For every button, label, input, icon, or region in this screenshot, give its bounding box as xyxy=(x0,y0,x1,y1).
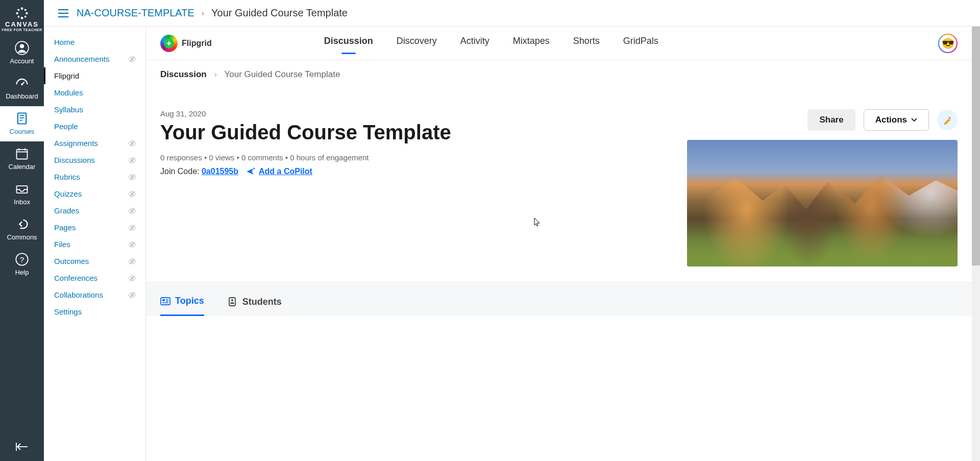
flipgrid-breadcrumb-title: Your Guided Course Template xyxy=(225,69,340,79)
coursenav-item-flipgrid[interactable]: Flipgrid xyxy=(44,67,145,84)
globalnav-courses[interactable]: Courses xyxy=(0,106,44,141)
course-nav: HomeAnnouncementsFlipgridModulesSyllabus… xyxy=(44,27,146,461)
coursenav-link[interactable]: Modules xyxy=(54,88,83,97)
add-copilot-link[interactable]: Add a CoPilot xyxy=(246,167,312,176)
coursenav-item-home[interactable]: Home xyxy=(44,34,145,51)
account-icon xyxy=(15,41,29,55)
svg-rect-51 xyxy=(162,299,165,301)
coursenav-link[interactable]: Settings xyxy=(54,307,82,316)
coursenav-link[interactable]: Collaborations xyxy=(54,290,103,299)
coursenav-item-announcements[interactable]: Announcements xyxy=(44,51,145,67)
vertical-scrollbar[interactable]: ▲ xyxy=(972,27,980,461)
globalnav-dashboard[interactable]: Dashboard xyxy=(0,71,44,106)
coursenav-link[interactable]: Rubrics xyxy=(54,173,80,181)
coursenav-item-quizzes[interactable]: Quizzes xyxy=(44,185,145,202)
actions-button[interactable]: Actions xyxy=(864,109,929,131)
svg-point-0 xyxy=(21,7,23,10)
flipgrid-breadcrumb: Discussion › Your Guided Course Template xyxy=(146,60,972,84)
canvas-logo[interactable]: CANVAS FREE FOR TEACHER xyxy=(2,6,42,36)
topics-icon xyxy=(160,297,170,306)
coursenav-item-settings[interactable]: Settings xyxy=(44,303,145,320)
hidden-icon xyxy=(128,139,136,148)
breadcrumb: NA-COURSE-TEMPLATE › Your Guided Course … xyxy=(44,0,980,27)
hamburger-icon[interactable] xyxy=(57,8,69,18)
coursenav-link[interactable]: Outcomes xyxy=(54,257,89,265)
coursenav-link[interactable]: Flipgrid xyxy=(54,71,79,80)
breadcrumb-course[interactable]: NA-COURSE-TEMPLATE xyxy=(77,7,194,19)
coursenav-link[interactable]: People xyxy=(54,122,78,131)
hidden-icon xyxy=(128,156,136,164)
svg-point-2 xyxy=(16,12,18,15)
flipgrid-frame: + Flipgrid DiscussionDiscoveryActivityMi… xyxy=(146,27,972,316)
hidden-icon xyxy=(128,190,136,198)
discussion-title: Your Guided Course Template xyxy=(160,121,667,144)
coursenav-item-files[interactable]: Files xyxy=(44,236,145,253)
flipgrid-subtabs: TopicsStudents xyxy=(146,282,972,316)
discussion-cover-image xyxy=(687,140,958,266)
hidden-icon xyxy=(128,240,136,249)
coursenav-item-rubrics[interactable]: Rubrics xyxy=(44,168,145,185)
svg-point-49 xyxy=(254,168,255,169)
join-code-link[interactable]: 0a01595b xyxy=(202,167,238,176)
globalnav-account[interactable]: Account xyxy=(0,36,44,71)
coursenav-link[interactable]: Discussions xyxy=(54,156,95,164)
globalnav-commons[interactable]: Commons xyxy=(0,212,44,247)
coursenav-item-pages[interactable]: Pages xyxy=(44,219,145,236)
coursenav-item-outcomes[interactable]: Outcomes xyxy=(44,253,145,270)
flipgrid-logo[interactable]: + Flipgrid xyxy=(160,35,212,52)
flipgrid-tab-mixtapes[interactable]: Mixtapes xyxy=(513,33,550,54)
edit-button[interactable] xyxy=(937,110,958,130)
coursenav-item-assignments[interactable]: Assignments xyxy=(44,135,145,152)
globalnav-calendar[interactable]: Calendar xyxy=(0,141,44,177)
coursenav-item-discussions[interactable]: Discussions xyxy=(44,152,145,168)
svg-rect-55 xyxy=(229,298,235,306)
hidden-icon xyxy=(128,173,136,181)
globalnav-inbox[interactable]: Inbox xyxy=(0,177,44,212)
subtab-topics[interactable]: Topics xyxy=(160,296,204,316)
flipgrid-tab-gridpals[interactable]: GridPals xyxy=(623,33,658,54)
coursenav-item-modules[interactable]: Modules xyxy=(44,84,145,101)
flipgrid-tab-shorts[interactable]: Shorts xyxy=(573,33,600,54)
flipgrid-tabs: DiscussionDiscoveryActivityMixtapesShort… xyxy=(324,33,658,54)
coursenav-item-collaborations[interactable]: Collaborations xyxy=(44,286,145,303)
students-icon xyxy=(228,297,238,306)
pencil-icon xyxy=(943,115,952,125)
subtab-students[interactable]: Students xyxy=(228,296,282,316)
svg-text:?: ? xyxy=(20,255,24,264)
flipgrid-avatar[interactable]: 😎 xyxy=(938,34,958,53)
discussion-stats: 0 responses • 0 views • 0 comments • 0 h… xyxy=(160,153,667,162)
coursenav-link[interactable]: Announcements xyxy=(54,55,109,63)
coursenav-link[interactable]: Pages xyxy=(54,223,76,232)
discussion-date: Aug 31, 2020 xyxy=(160,109,667,118)
flipgrid-tab-activity[interactable]: Activity xyxy=(460,33,489,54)
canvas-logo-icon xyxy=(15,6,29,20)
coursenav-link[interactable]: Syllabus xyxy=(54,105,83,114)
chevron-down-icon xyxy=(911,118,917,122)
coursenav-item-people[interactable]: People xyxy=(44,118,145,135)
scrollbar-thumb[interactable] xyxy=(972,27,980,265)
canvas-global-nav: CANVAS FREE FOR TEACHER Account Dashboar… xyxy=(0,0,44,461)
coursenav-link[interactable]: Home xyxy=(54,38,75,46)
collapse-global-nav[interactable] xyxy=(15,432,29,461)
coursenav-link[interactable]: Assignments xyxy=(54,139,98,148)
hidden-icon xyxy=(128,224,136,232)
coursenav-link[interactable]: Files xyxy=(54,240,70,249)
coursenav-link[interactable]: Grades xyxy=(54,206,79,215)
coursenav-item-grades[interactable]: Grades xyxy=(44,202,145,219)
breadcrumb-separator: › xyxy=(202,9,204,18)
svg-rect-50 xyxy=(161,298,170,305)
svg-point-10 xyxy=(21,83,23,85)
hidden-icon xyxy=(128,274,136,282)
flipgrid-tab-discussion[interactable]: Discussion xyxy=(324,33,373,54)
share-button[interactable]: Share xyxy=(807,109,855,131)
coursenav-link[interactable]: Conferences xyxy=(54,274,97,282)
svg-point-1 xyxy=(21,17,23,19)
globalnav-help[interactable]: ? Help xyxy=(0,247,44,282)
coursenav-item-syllabus[interactable]: Syllabus xyxy=(44,101,145,118)
help-icon: ? xyxy=(15,252,29,266)
coursenav-link[interactable]: Quizzes xyxy=(54,189,82,198)
svg-point-7 xyxy=(24,16,27,18)
coursenav-item-conferences[interactable]: Conferences xyxy=(44,270,145,286)
flipgrid-tab-discovery[interactable]: Discovery xyxy=(397,33,437,54)
flipgrid-breadcrumb-section[interactable]: Discussion xyxy=(160,69,207,79)
